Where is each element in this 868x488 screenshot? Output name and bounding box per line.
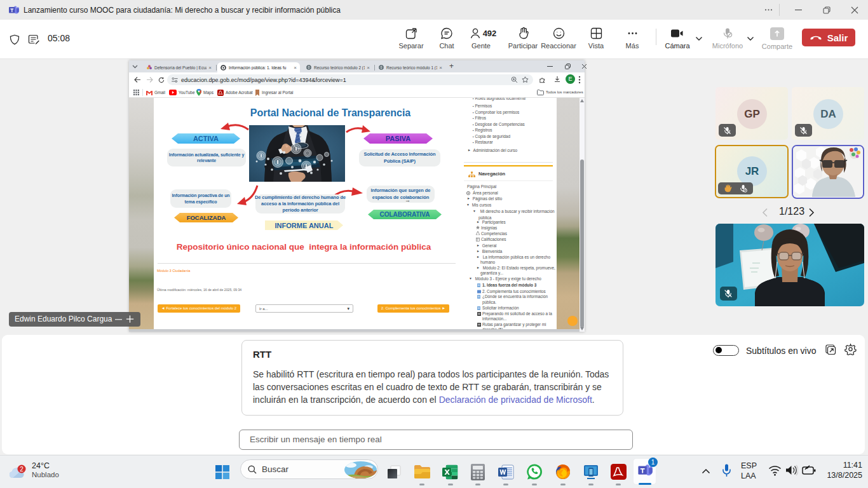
svg-text:2: 2 (20, 466, 24, 473)
